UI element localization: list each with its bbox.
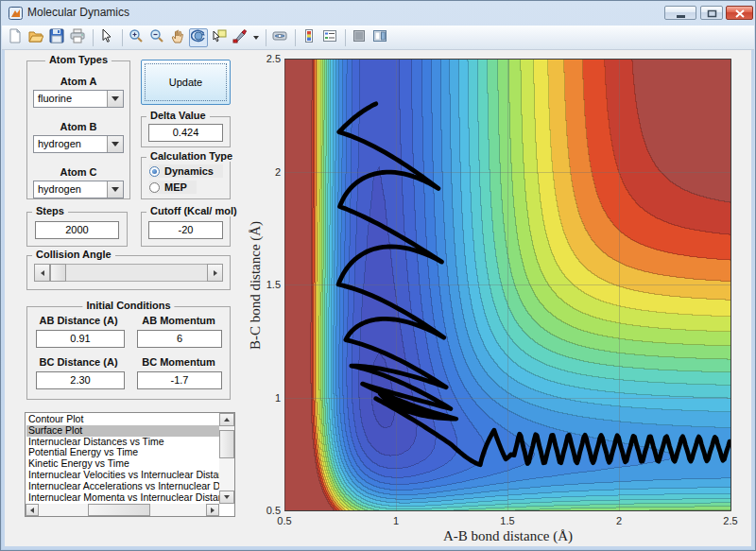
cutoff-field[interactable]: -20: [148, 221, 223, 239]
link-plot-icon: [272, 28, 287, 47]
atom-a-label: Atom A: [27, 76, 129, 87]
print-figure-icon: [70, 28, 85, 47]
steps-field[interactable]: 2000: [35, 221, 119, 239]
scroll-right-button[interactable]: [206, 504, 219, 516]
rotate-3d-icon: [191, 28, 206, 47]
data-cursor-button[interactable]: [210, 28, 229, 47]
cutoff-legend: Cutoff (Kcal/ mol): [146, 205, 241, 216]
plot-type-listbox[interactable]: Contour PlotSurface PlotInternuclear Dis…: [25, 412, 235, 517]
radio-dynamics-label: Dynamics: [164, 165, 214, 177]
delta-value-group: Delta Value 0.424: [141, 116, 231, 147]
steps-legend: Steps: [32, 205, 68, 216]
radio-mep[interactable]: MEP: [149, 181, 197, 194]
window-frame-left: [2, 50, 5, 549]
initial-conditions-group: Initial Conditions AB Distance (A) AB Mo…: [26, 306, 231, 400]
ab-momentum-label: AB Momentum: [129, 315, 228, 326]
pan-icon: [170, 28, 185, 47]
initial-conditions-legend: Initial Conditions: [82, 300, 174, 311]
list-item[interactable]: Surface Plot: [26, 425, 219, 437]
radio-selected-icon: [149, 166, 160, 177]
insert-legend-icon: [322, 28, 337, 47]
atom-a-dropdown-button[interactable]: [107, 91, 123, 107]
save-figure-button[interactable]: [47, 28, 66, 47]
title-bar[interactable]: Molecular Dynamics: [1, 1, 755, 26]
link-plot-button[interactable]: [270, 28, 289, 47]
insert-legend-button[interactable]: [320, 28, 339, 47]
slider-track[interactable]: [50, 264, 207, 282]
zoom-in-button[interactable]: [127, 28, 146, 47]
scroll-down-button[interactable]: [219, 491, 234, 504]
insert-colorbar-icon: [301, 28, 317, 47]
open-file-icon: [28, 28, 43, 47]
collision-angle-legend: Collision Angle: [32, 249, 115, 260]
atom-b-dropdown-button[interactable]: [107, 136, 123, 152]
brush-button[interactable]: [231, 28, 249, 47]
ab-distance-field[interactable]: 0.91: [36, 330, 125, 348]
arrow-down-icon: [224, 495, 230, 499]
hide-plot-tools-button[interactable]: [350, 28, 369, 47]
zoom-out-icon: [149, 28, 164, 47]
atom-a-select[interactable]: fluorine: [33, 90, 124, 108]
pan-button[interactable]: [168, 28, 187, 47]
listbox-hscrollbar[interactable]: [26, 504, 219, 516]
listbox-vscrollbar[interactable]: [219, 413, 234, 504]
update-button[interactable]: Update: [141, 60, 231, 105]
open-file-button[interactable]: [26, 28, 45, 47]
print-figure-button[interactable]: [68, 28, 87, 47]
brush-dropdown-caret[interactable]: [251, 28, 260, 47]
calculation-type-group: Calculation Type Dynamics MEP: [141, 157, 231, 199]
toolbar-separator: [93, 29, 94, 46]
bc-momentum-field[interactable]: -1.7: [137, 371, 222, 389]
vscroll-thumb[interactable]: [219, 430, 234, 458]
slider-left-arrow[interactable]: [34, 264, 50, 282]
list-item[interactable]: Internuclear Momenta vs Internuclear Dis…: [26, 492, 219, 504]
slider-thumb[interactable]: [50, 264, 66, 282]
atom-c-value: hydrogen: [38, 183, 81, 195]
new-figure-button[interactable]: [6, 28, 25, 47]
minimize-button[interactable]: [664, 6, 696, 20]
collision-angle-slider[interactable]: [34, 264, 223, 282]
list-item[interactable]: Internuclear Velocities vs Internuclear …: [26, 470, 219, 481]
y-axis-label: B-C bond distance (Å): [248, 220, 264, 349]
scroll-left-button[interactable]: [26, 504, 39, 516]
atom-c-select[interactable]: hydrogen: [33, 181, 124, 198]
zoom-out-button[interactable]: [147, 28, 166, 47]
hscroll-thumb[interactable]: [88, 504, 150, 516]
atom-b-select[interactable]: hydrogen: [33, 135, 124, 153]
arrow-right-icon: [211, 508, 215, 513]
hide-plot-tools-icon: [352, 28, 367, 47]
ab-momentum-field[interactable]: 6: [137, 330, 222, 348]
close-button[interactable]: [726, 6, 753, 20]
edit-plot-button[interactable]: [97, 28, 116, 47]
radio-dynamics[interactable]: Dynamics: [149, 164, 223, 178]
x-tick-label: 1: [393, 515, 399, 526]
chevron-down-icon: [112, 96, 119, 101]
radio-mep-label: MEP: [164, 181, 187, 193]
insert-colorbar-button[interactable]: [300, 28, 318, 47]
bc-distance-label: BC Distance (A): [27, 356, 129, 368]
window: Molecular Dynamics Atom Types Atom A flu…: [0, 0, 756, 551]
atom-types-legend: Atom Types: [45, 54, 112, 65]
contour-plot-canvas[interactable]: [284, 59, 731, 511]
show-plot-tools-button[interactable]: [370, 28, 389, 47]
new-figure-icon: [8, 28, 23, 47]
atom-c-dropdown-button[interactable]: [107, 181, 123, 198]
update-button-label: Update: [169, 77, 202, 88]
delta-value-field[interactable]: 0.424: [148, 124, 223, 142]
collision-angle-group: Collision Angle: [26, 255, 231, 290]
y-tick-label: 2: [252, 166, 281, 178]
list-item[interactable]: Internuclear Accelerations vs Internucle…: [26, 481, 219, 492]
slider-right-arrow[interactable]: [207, 264, 223, 282]
y-tick-label: 1: [252, 392, 281, 404]
bc-distance-field[interactable]: 2.30: [36, 371, 125, 389]
x-axis-label: A-B bond distance (Å): [443, 528, 573, 544]
scroll-up-button[interactable]: [219, 413, 234, 426]
steps-group: Steps 2000: [26, 212, 128, 247]
rotate-3d-button[interactable]: [189, 28, 208, 47]
arrow-left-icon: [30, 508, 34, 513]
data-cursor-icon: [212, 28, 227, 47]
toolbar-separator: [345, 29, 346, 46]
maximize-button[interactable]: [700, 6, 723, 20]
y-tick-label: 0.5: [252, 505, 281, 516]
zoom-in-icon: [129, 28, 144, 47]
